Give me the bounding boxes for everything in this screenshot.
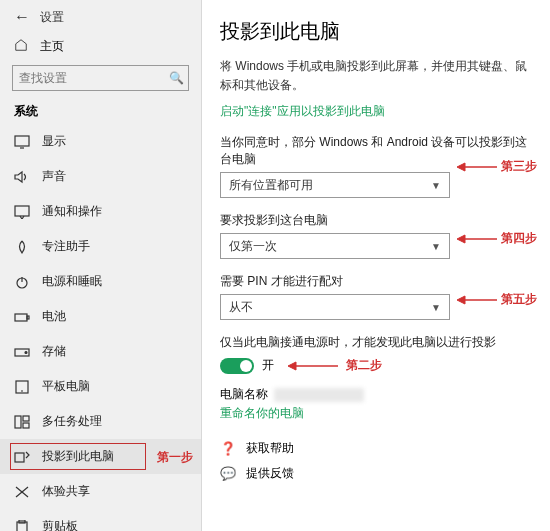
sidebar-item-project[interactable]: 投影到此电脑 第一步 — [0, 439, 201, 474]
field2-select[interactable]: 仅第一次 ▼ — [220, 233, 450, 259]
settings-title: 设置 — [40, 9, 64, 26]
svg-rect-15 — [15, 453, 24, 462]
svg-marker-2 — [15, 172, 22, 182]
field3-label: 需要 PIN 才能进行配对 — [220, 273, 534, 290]
nav-label: 多任务处理 — [42, 413, 102, 430]
nav-label: 显示 — [42, 133, 66, 150]
sidebar-item-tablet[interactable]: 平板电脑 — [0, 369, 201, 404]
share-icon — [14, 485, 30, 499]
battery-icon — [14, 310, 30, 324]
sidebar-item-battery[interactable]: 电池 — [0, 299, 201, 334]
focus-icon — [14, 240, 30, 254]
field2-value: 仅第一次 — [229, 238, 277, 255]
field3-select[interactable]: 从不 ▼ — [220, 294, 450, 320]
annotation-step5: 第五步 — [501, 291, 537, 308]
svg-rect-3 — [15, 206, 29, 216]
svg-marker-21 — [457, 163, 465, 171]
help-icon: ❓ — [220, 441, 236, 456]
svg-rect-0 — [15, 136, 29, 146]
search-input[interactable]: 🔍 — [12, 65, 189, 91]
sound-icon — [14, 170, 30, 184]
sidebar-item-power[interactable]: 电源和睡眠 — [0, 264, 201, 299]
sidebar-item-notifications[interactable]: 通知和操作 — [0, 194, 201, 229]
page-description: 将 Windows 手机或电脑投影到此屏幕，并使用其键盘、鼠标和其他设备。 — [220, 57, 534, 95]
sidebar-item-display[interactable]: 显示 — [0, 124, 201, 159]
feedback-icon: 💬 — [220, 466, 236, 481]
sidebar-item-multitask[interactable]: 多任务处理 — [0, 404, 201, 439]
feedback-link[interactable]: 💬 提供反馈 — [220, 465, 534, 482]
display-icon — [14, 135, 30, 149]
pc-name-label: 电脑名称 — [220, 386, 268, 403]
notify-icon — [14, 205, 30, 219]
svg-marker-23 — [457, 235, 465, 243]
power-only-toggle[interactable] — [220, 358, 254, 374]
nav-label: 声音 — [42, 168, 66, 185]
nav-label: 通知和操作 — [42, 203, 102, 220]
svg-point-9 — [25, 351, 27, 353]
nav-label: 电源和睡眠 — [42, 273, 102, 290]
nav-label: 电池 — [42, 308, 66, 325]
power-icon — [14, 275, 30, 289]
svg-rect-12 — [15, 416, 21, 428]
svg-rect-13 — [23, 416, 29, 421]
clipboard-icon — [14, 520, 30, 532]
field1-select[interactable]: 所有位置都可用 ▼ — [220, 172, 450, 198]
main-content: 投影到此电脑 将 Windows 手机或电脑投影到此屏幕，并使用其键盘、鼠标和其… — [202, 0, 550, 531]
toggle-label: 仅当此电脑接通电源时，才能发现此电脑以进行投影 — [220, 334, 534, 351]
chevron-down-icon: ▼ — [431, 241, 441, 252]
settings-sidebar: ← 设置 主页 🔍 系统 显示 声音 — [0, 0, 202, 531]
project-icon — [14, 450, 30, 464]
page-title: 投影到此电脑 — [220, 18, 534, 45]
home-label: 主页 — [40, 38, 64, 55]
pc-name-value-redacted — [274, 388, 364, 402]
feedback-label: 提供反馈 — [246, 465, 294, 482]
sidebar-item-storage[interactable]: 存储 — [0, 334, 201, 369]
back-icon[interactable]: ← — [14, 8, 30, 26]
nav-label: 专注助手 — [42, 238, 90, 255]
sidebar-item-focus[interactable]: 专注助手 — [0, 229, 201, 264]
annotation-step2: 第二步 — [346, 357, 382, 374]
storage-icon — [14, 345, 30, 359]
svg-rect-14 — [23, 423, 29, 428]
help-label: 获取帮助 — [246, 440, 294, 457]
section-system-label: 系统 — [0, 97, 201, 124]
field3-value: 从不 — [229, 299, 253, 316]
chevron-down-icon: ▼ — [431, 180, 441, 191]
annotation-step1: 第一步 — [157, 449, 193, 466]
annotation-step4-row: 第四步 — [457, 230, 537, 247]
svg-marker-27 — [288, 362, 296, 370]
rename-pc-link[interactable]: 重命名你的电脑 — [220, 405, 534, 422]
toggle-state: 开 — [262, 357, 274, 374]
sidebar-item-sound[interactable]: 声音 — [0, 159, 201, 194]
nav-label: 投影到此电脑 — [42, 448, 114, 465]
multitask-icon — [14, 415, 30, 429]
annotation-step3: 第三步 — [501, 158, 537, 175]
svg-rect-7 — [27, 316, 29, 319]
field2-label: 要求投影到这台电脑 — [220, 212, 534, 229]
nav-label: 存储 — [42, 343, 66, 360]
annotation-step3-row: 第三步 — [457, 158, 537, 175]
home-icon — [14, 38, 28, 55]
nav-label: 剪贴板 — [42, 518, 78, 531]
annotation-step4: 第四步 — [501, 230, 537, 247]
tablet-icon — [14, 380, 30, 394]
nav-label: 平板电脑 — [42, 378, 90, 395]
sidebar-item-home[interactable]: 主页 — [0, 32, 201, 61]
chevron-down-icon: ▼ — [431, 302, 441, 313]
svg-rect-6 — [15, 314, 27, 321]
get-help-link[interactable]: ❓ 获取帮助 — [220, 440, 534, 457]
nav-label: 体验共享 — [42, 483, 90, 500]
annotation-step5-row: 第五步 — [457, 291, 537, 308]
svg-marker-25 — [457, 296, 465, 304]
launch-connect-link[interactable]: 启动"连接"应用以投影到此电脑 — [220, 103, 534, 120]
field1-value: 所有位置都可用 — [229, 177, 313, 194]
search-field[interactable] — [19, 71, 169, 85]
sidebar-item-share[interactable]: 体验共享 — [0, 474, 201, 509]
sidebar-item-clipboard[interactable]: 剪贴板 — [0, 509, 201, 531]
search-icon: 🔍 — [169, 71, 184, 85]
